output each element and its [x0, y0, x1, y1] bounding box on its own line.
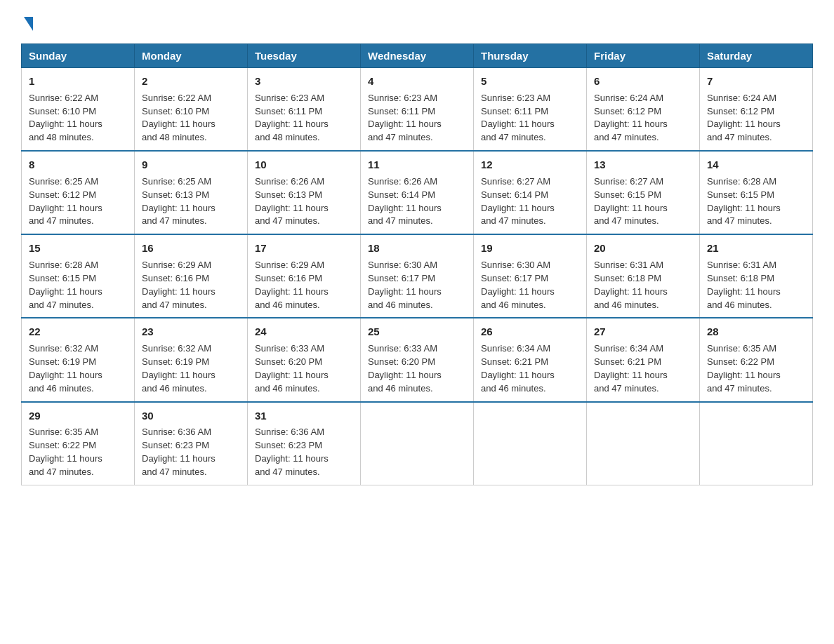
column-header-thursday: Thursday: [474, 44, 587, 68]
calendar-day-cell: 4 Sunrise: 6:23 AMSunset: 6:11 PMDayligh…: [361, 68, 474, 152]
column-header-sunday: Sunday: [22, 44, 135, 68]
day-number: 7: [707, 74, 805, 89]
day-number: 24: [255, 324, 353, 340]
day-number: 9: [142, 157, 240, 173]
calendar-day-cell: 7 Sunrise: 6:24 AMSunset: 6:12 PMDayligh…: [700, 68, 813, 152]
day-info: Sunrise: 6:26 AMSunset: 6:13 PMDaylight:…: [255, 176, 329, 227]
day-number: 6: [594, 74, 692, 89]
day-info: Sunrise: 6:32 AMSunset: 6:19 PMDaylight:…: [142, 343, 216, 394]
column-header-friday: Friday: [587, 44, 700, 68]
day-number: 26: [481, 324, 579, 340]
calendar-week-5: 29 Sunrise: 6:35 AMSunset: 6:22 PMDaylig…: [22, 402, 813, 485]
day-number: 21: [707, 241, 805, 256]
column-header-saturday: Saturday: [700, 44, 813, 68]
day-number: 13: [594, 157, 692, 173]
day-info: Sunrise: 6:30 AMSunset: 6:17 PMDaylight:…: [481, 260, 555, 310]
logo: [21, 14, 33, 31]
calendar-day-cell: 21 Sunrise: 6:31 AMSunset: 6:18 PMDaylig…: [700, 234, 813, 318]
calendar-day-cell: [474, 402, 587, 485]
calendar-week-1: 1 Sunrise: 6:22 AMSunset: 6:10 PMDayligh…: [22, 68, 813, 152]
day-number: 16: [142, 241, 240, 256]
calendar-day-cell: 28 Sunrise: 6:35 AMSunset: 6:22 PMDaylig…: [700, 318, 813, 401]
day-info: Sunrise: 6:24 AMSunset: 6:12 PMDaylight:…: [594, 93, 668, 143]
calendar-day-cell: 8 Sunrise: 6:25 AMSunset: 6:12 PMDayligh…: [22, 151, 135, 234]
day-info: Sunrise: 6:23 AMSunset: 6:11 PMDaylight:…: [368, 93, 442, 143]
day-number: 22: [29, 324, 127, 340]
calendar-day-cell: 15 Sunrise: 6:28 AMSunset: 6:15 PMDaylig…: [22, 234, 135, 318]
calendar-day-cell: 17 Sunrise: 6:29 AMSunset: 6:16 PMDaylig…: [248, 234, 361, 318]
day-info: Sunrise: 6:25 AMSunset: 6:12 PMDaylight:…: [29, 176, 102, 227]
calendar-day-cell: 9 Sunrise: 6:25 AMSunset: 6:13 PMDayligh…: [135, 151, 248, 234]
calendar-week-3: 15 Sunrise: 6:28 AMSunset: 6:15 PMDaylig…: [22, 234, 813, 318]
calendar-day-cell: 12 Sunrise: 6:27 AMSunset: 6:14 PMDaylig…: [474, 151, 587, 234]
calendar-body: 1 Sunrise: 6:22 AMSunset: 6:10 PMDayligh…: [22, 68, 813, 485]
day-info: Sunrise: 6:28 AMSunset: 6:15 PMDaylight:…: [29, 260, 102, 310]
calendar-day-cell: 13 Sunrise: 6:27 AMSunset: 6:15 PMDaylig…: [587, 151, 700, 234]
calendar-day-cell: 6 Sunrise: 6:24 AMSunset: 6:12 PMDayligh…: [587, 68, 700, 152]
day-info: Sunrise: 6:26 AMSunset: 6:14 PMDaylight:…: [368, 176, 442, 227]
day-info: Sunrise: 6:32 AMSunset: 6:19 PMDaylight:…: [29, 343, 102, 394]
calendar-day-cell: 29 Sunrise: 6:35 AMSunset: 6:22 PMDaylig…: [22, 402, 135, 485]
day-info: Sunrise: 6:29 AMSunset: 6:16 PMDaylight:…: [255, 260, 329, 310]
day-number: 25: [368, 324, 466, 340]
day-info: Sunrise: 6:31 AMSunset: 6:18 PMDaylight:…: [707, 260, 781, 310]
day-info: Sunrise: 6:35 AMSunset: 6:22 PMDaylight:…: [29, 427, 102, 477]
calendar-week-4: 22 Sunrise: 6:32 AMSunset: 6:19 PMDaylig…: [22, 318, 813, 401]
day-info: Sunrise: 6:22 AMSunset: 6:10 PMDaylight:…: [142, 93, 216, 143]
calendar-day-cell: 30 Sunrise: 6:36 AMSunset: 6:23 PMDaylig…: [135, 402, 248, 485]
day-info: Sunrise: 6:25 AMSunset: 6:13 PMDaylight:…: [142, 176, 216, 227]
day-number: 19: [481, 241, 579, 256]
calendar-day-cell: 22 Sunrise: 6:32 AMSunset: 6:19 PMDaylig…: [22, 318, 135, 401]
calendar-header: SundayMondayTuesdayWednesdayThursdayFrid…: [22, 44, 813, 68]
day-info: Sunrise: 6:36 AMSunset: 6:23 PMDaylight:…: [255, 427, 329, 477]
day-info: Sunrise: 6:23 AMSunset: 6:11 PMDaylight:…: [481, 93, 555, 143]
calendar-day-cell: 16 Sunrise: 6:29 AMSunset: 6:16 PMDaylig…: [135, 234, 248, 318]
day-info: Sunrise: 6:28 AMSunset: 6:15 PMDaylight:…: [707, 176, 781, 227]
logo-triangle-icon: [24, 17, 33, 31]
calendar-day-cell: 25 Sunrise: 6:33 AMSunset: 6:20 PMDaylig…: [361, 318, 474, 401]
day-number: 23: [142, 324, 240, 340]
day-number: 28: [707, 324, 805, 340]
day-number: 31: [255, 408, 353, 424]
calendar-day-cell: 31 Sunrise: 6:36 AMSunset: 6:23 PMDaylig…: [248, 402, 361, 485]
day-number: 30: [142, 408, 240, 424]
header-row: SundayMondayTuesdayWednesdayThursdayFrid…: [22, 44, 813, 68]
day-info: Sunrise: 6:30 AMSunset: 6:17 PMDaylight:…: [368, 260, 442, 310]
calendar-day-cell: 26 Sunrise: 6:34 AMSunset: 6:21 PMDaylig…: [474, 318, 587, 401]
calendar-day-cell: 23 Sunrise: 6:32 AMSunset: 6:19 PMDaylig…: [135, 318, 248, 401]
day-number: 8: [29, 157, 127, 173]
calendar-day-cell: 18 Sunrise: 6:30 AMSunset: 6:17 PMDaylig…: [361, 234, 474, 318]
day-info: Sunrise: 6:31 AMSunset: 6:18 PMDaylight:…: [594, 260, 668, 310]
day-info: Sunrise: 6:34 AMSunset: 6:21 PMDaylight:…: [594, 343, 668, 394]
day-info: Sunrise: 6:27 AMSunset: 6:14 PMDaylight:…: [481, 176, 555, 227]
calendar-day-cell: 1 Sunrise: 6:22 AMSunset: 6:10 PMDayligh…: [22, 68, 135, 152]
calendar-day-cell: 27 Sunrise: 6:34 AMSunset: 6:21 PMDaylig…: [587, 318, 700, 401]
calendar-day-cell: 24 Sunrise: 6:33 AMSunset: 6:20 PMDaylig…: [248, 318, 361, 401]
day-info: Sunrise: 6:36 AMSunset: 6:23 PMDaylight:…: [142, 427, 216, 477]
day-info: Sunrise: 6:23 AMSunset: 6:11 PMDaylight:…: [255, 93, 329, 143]
page-header: [21, 14, 813, 31]
day-info: Sunrise: 6:22 AMSunset: 6:10 PMDaylight:…: [29, 93, 102, 143]
calendar-week-2: 8 Sunrise: 6:25 AMSunset: 6:12 PMDayligh…: [22, 151, 813, 234]
day-number: 17: [255, 241, 353, 256]
column-header-wednesday: Wednesday: [361, 44, 474, 68]
day-info: Sunrise: 6:35 AMSunset: 6:22 PMDaylight:…: [707, 343, 781, 394]
calendar-day-cell: 11 Sunrise: 6:26 AMSunset: 6:14 PMDaylig…: [361, 151, 474, 234]
day-number: 5: [481, 74, 579, 89]
day-number: 20: [594, 241, 692, 256]
calendar-day-cell: [587, 402, 700, 485]
calendar-table: SundayMondayTuesdayWednesdayThursdayFrid…: [21, 43, 813, 485]
day-info: Sunrise: 6:34 AMSunset: 6:21 PMDaylight:…: [481, 343, 555, 394]
calendar-day-cell: 10 Sunrise: 6:26 AMSunset: 6:13 PMDaylig…: [248, 151, 361, 234]
day-number: 4: [368, 74, 466, 89]
calendar-day-cell: 14 Sunrise: 6:28 AMSunset: 6:15 PMDaylig…: [700, 151, 813, 234]
column-header-tuesday: Tuesday: [248, 44, 361, 68]
day-info: Sunrise: 6:33 AMSunset: 6:20 PMDaylight:…: [368, 343, 442, 394]
calendar-day-cell: 3 Sunrise: 6:23 AMSunset: 6:11 PMDayligh…: [248, 68, 361, 152]
day-number: 14: [707, 157, 805, 173]
calendar-day-cell: 20 Sunrise: 6:31 AMSunset: 6:18 PMDaylig…: [587, 234, 700, 318]
day-number: 15: [29, 241, 127, 256]
column-header-monday: Monday: [135, 44, 248, 68]
day-info: Sunrise: 6:33 AMSunset: 6:20 PMDaylight:…: [255, 343, 329, 394]
calendar-day-cell: 5 Sunrise: 6:23 AMSunset: 6:11 PMDayligh…: [474, 68, 587, 152]
